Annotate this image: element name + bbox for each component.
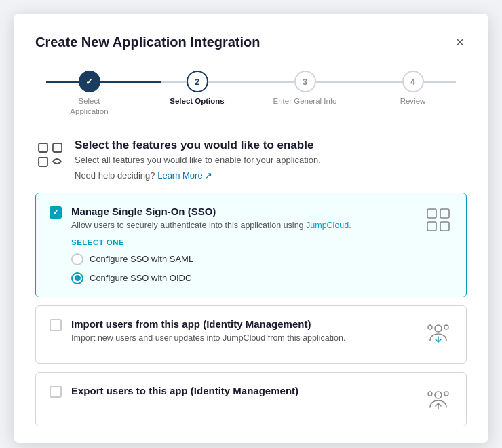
- radio-saml[interactable]: Configure SSO with SAML: [71, 253, 414, 265]
- svg-point-7: [435, 325, 442, 332]
- step-3-circle: 3: [294, 71, 316, 92]
- checkbox-export[interactable]: [50, 386, 62, 398]
- radio-saml-label: Configure SSO with SAML: [90, 254, 193, 264]
- modal-container: Create New Application Integration × ✓ S…: [14, 14, 488, 443]
- checkbox-import[interactable]: [50, 319, 62, 331]
- svg-rect-3: [427, 209, 436, 218]
- svg-rect-2: [53, 143, 62, 152]
- radio-circle-saml: [71, 253, 83, 265]
- step-1-label: SelectApplication: [70, 96, 108, 117]
- section-title: Select the features you would like to en…: [75, 138, 321, 152]
- step-1: ✓ SelectApplication: [35, 71, 143, 117]
- radio-options: Configure SSO with SAML Configure SSO wi…: [71, 253, 414, 284]
- export-card-body: Export users to this app (Identity Manag…: [71, 385, 414, 400]
- import-card-icon: [424, 318, 452, 347]
- option-card-import[interactable]: Import users from this app (Identity Man…: [35, 305, 467, 364]
- select-one-label: Select One: [71, 238, 414, 246]
- jumpcloud-link[interactable]: JumpCloud.: [306, 221, 351, 230]
- sso-card-body: Manage Single Sign-On (SSO) Allow users …: [71, 206, 414, 284]
- svg-point-8: [444, 325, 448, 329]
- section-text: Select the features you would like to en…: [75, 138, 321, 181]
- stepper: ✓ SelectApplication 2 Select Options 3 E…: [35, 71, 467, 117]
- section-header: Select the features you would like to en…: [35, 138, 467, 181]
- section-subtitle: Select all features you would like to en…: [75, 155, 321, 165]
- modal-title: Create New Application Integration: [35, 35, 260, 50]
- step-2-circle: 2: [187, 71, 208, 92]
- step-3-label: Enter General Info: [273, 96, 337, 107]
- checkbox-sso[interactable]: [50, 206, 62, 219]
- svg-point-12: [428, 392, 432, 396]
- sso-title: Manage Single Sign-On (SSO): [71, 206, 414, 217]
- import-title: Import users from this app (Identity Man…: [71, 318, 414, 330]
- svg-rect-4: [427, 222, 436, 231]
- export-card-icon: [424, 385, 452, 413]
- step-4-circle: 4: [402, 71, 424, 92]
- option-card-sso[interactable]: Manage Single Sign-On (SSO) Allow users …: [35, 193, 467, 297]
- step-2: 2 Select Options: [143, 71, 251, 107]
- close-button[interactable]: ×: [453, 33, 467, 52]
- import-card-body: Import users from this app (Identity Man…: [71, 318, 414, 351]
- import-description: Import new users and user updates into J…: [71, 333, 414, 343]
- radio-circle-oidc: [71, 272, 83, 284]
- learn-more-link[interactable]: Learn More ↗: [157, 170, 212, 181]
- option-card-export[interactable]: Export users to this app (Identity Manag…: [35, 372, 467, 426]
- radio-oidc-label: Configure SSO with OIDC: [90, 273, 191, 283]
- svg-point-9: [428, 325, 432, 329]
- radio-oidc[interactable]: Configure SSO with OIDC: [71, 272, 414, 284]
- help-text: Need help deciding?: [75, 170, 155, 181]
- step-4-label: Review: [400, 96, 426, 107]
- learn-more-container: Need help deciding? Learn More ↗: [75, 170, 321, 181]
- sso-description: Allow users to securely authenticate int…: [71, 221, 414, 230]
- svg-rect-1: [39, 157, 47, 166]
- svg-point-11: [444, 392, 448, 396]
- svg-rect-5: [440, 209, 449, 218]
- modal-header: Create New Application Integration ×: [35, 33, 467, 52]
- svg-rect-0: [39, 143, 47, 152]
- svg-point-10: [435, 392, 442, 398]
- export-title: Export users to this app (Identity Manag…: [71, 385, 414, 396]
- apps-icon: [35, 140, 65, 170]
- step-1-circle: ✓: [79, 71, 100, 92]
- svg-rect-6: [440, 222, 449, 231]
- step-2-label: Select Options: [170, 96, 225, 107]
- step-4: 4 Review: [359, 71, 467, 107]
- step-3: 3 Enter General Info: [251, 71, 359, 107]
- sso-card-icon: [424, 206, 452, 234]
- options-list: Manage Single Sign-On (SSO) Allow users …: [35, 193, 467, 426]
